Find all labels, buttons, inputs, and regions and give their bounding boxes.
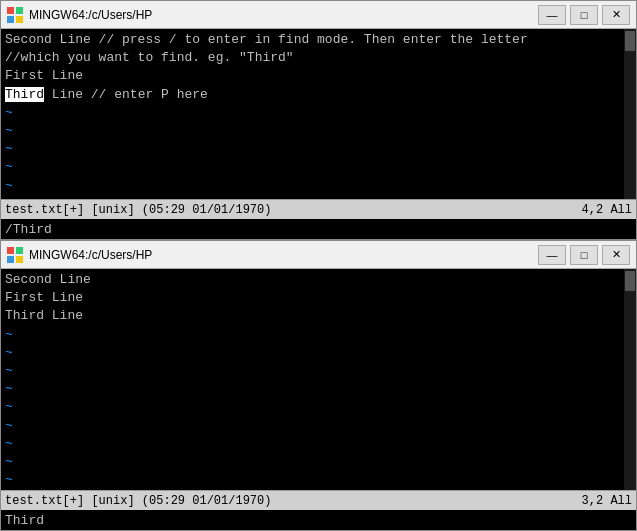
line-2-2: First Line	[5, 289, 632, 307]
svg-rect-5	[16, 247, 23, 254]
svg-rect-6	[7, 256, 14, 263]
line-1-1: Second Line // press / to enter in find …	[5, 31, 632, 49]
maximize-button-1[interactable]: □	[570, 5, 598, 25]
svg-rect-3	[16, 16, 23, 23]
svg-rect-1	[16, 7, 23, 14]
tilde-1-1: ~	[5, 104, 632, 122]
statusbar-right-1: 4,2 All	[582, 203, 632, 217]
scrollbar-thumb-2[interactable]	[625, 271, 635, 291]
line-1-3: First Line	[5, 67, 632, 85]
minimize-button-2[interactable]: —	[538, 245, 566, 265]
scrollbar-1[interactable]	[624, 29, 636, 199]
tilde-2-8: ~	[5, 453, 632, 471]
tilde-2-9: ~	[5, 471, 632, 489]
close-button-2[interactable]: ✕	[602, 245, 630, 265]
content-wrapper-1: Second Line // press / to enter in find …	[1, 29, 636, 199]
cmdline-2[interactable]: Third	[1, 510, 636, 530]
tilde-1-3: ~	[5, 140, 632, 158]
tilde-1-6: ~	[5, 195, 632, 199]
cmdline-1[interactable]: /Third	[1, 219, 636, 239]
scrollbar-2[interactable]	[624, 269, 636, 490]
window-1: MINGW64:/c/Users/HP — □ ✕ Second Line //…	[0, 0, 637, 240]
tilde-2-2: ~	[5, 344, 632, 362]
minimize-button-1[interactable]: —	[538, 5, 566, 25]
statusbar-1: test.txt[+] [unix] (05:29 01/01/1970) 4,…	[1, 199, 636, 219]
tilde-1-5: ~	[5, 177, 632, 195]
app-icon-1	[7, 7, 23, 23]
scrollbar-thumb-1[interactable]	[625, 31, 635, 51]
statusbar-left-2: test.txt[+] [unix] (05:29 01/01/1970)	[5, 494, 582, 508]
cmdline-text-2: Third	[5, 513, 44, 528]
cmdline-text-1: /Third	[5, 222, 52, 237]
line-2-1: Second Line	[5, 271, 632, 289]
highlighted-word-1: Third	[5, 87, 44, 102]
tilde-2-6: ~	[5, 417, 632, 435]
line-1-2: //which you want to find. eg. "Third"	[5, 49, 632, 67]
statusbar-right-2: 3,2 All	[582, 494, 632, 508]
tilde-2-5: ~	[5, 398, 632, 416]
app-icon-2	[7, 247, 23, 263]
tilde-2-7: ~	[5, 435, 632, 453]
tilde-2-3: ~	[5, 362, 632, 380]
svg-rect-7	[16, 256, 23, 263]
content-wrapper-2: Second Line First Line Third Line ~ ~ ~ …	[1, 269, 636, 490]
titlebar-buttons-2: — □ ✕	[538, 245, 630, 265]
titlebar-buttons-1: — □ ✕	[538, 5, 630, 25]
tilde-2-4: ~	[5, 380, 632, 398]
text-content-1: Second Line // press / to enter in find …	[1, 29, 636, 199]
close-button-1[interactable]: ✕	[602, 5, 630, 25]
titlebar-2: MINGW64:/c/Users/HP — □ ✕	[1, 241, 636, 269]
svg-rect-4	[7, 247, 14, 254]
svg-rect-0	[7, 7, 14, 14]
titlebar-1: MINGW64:/c/Users/HP — □ ✕	[1, 1, 636, 29]
tilde-1-4: ~	[5, 158, 632, 176]
tilde-2-1: ~	[5, 326, 632, 344]
line-1-4: Third Line // enter P here	[5, 86, 632, 104]
text-content-2: Second Line First Line Third Line ~ ~ ~ …	[1, 269, 636, 490]
titlebar-title-2: MINGW64:/c/Users/HP	[29, 248, 538, 262]
statusbar-2: test.txt[+] [unix] (05:29 01/01/1970) 3,…	[1, 490, 636, 510]
maximize-button-2[interactable]: □	[570, 245, 598, 265]
tilde-2-10: ~	[5, 489, 632, 490]
statusbar-left-1: test.txt[+] [unix] (05:29 01/01/1970)	[5, 203, 582, 217]
line-2-3: Third Line	[5, 307, 632, 325]
svg-rect-2	[7, 16, 14, 23]
titlebar-title-1: MINGW64:/c/Users/HP	[29, 8, 538, 22]
tilde-1-2: ~	[5, 122, 632, 140]
window-2: MINGW64:/c/Users/HP — □ ✕ Second Line Fi…	[0, 240, 637, 531]
